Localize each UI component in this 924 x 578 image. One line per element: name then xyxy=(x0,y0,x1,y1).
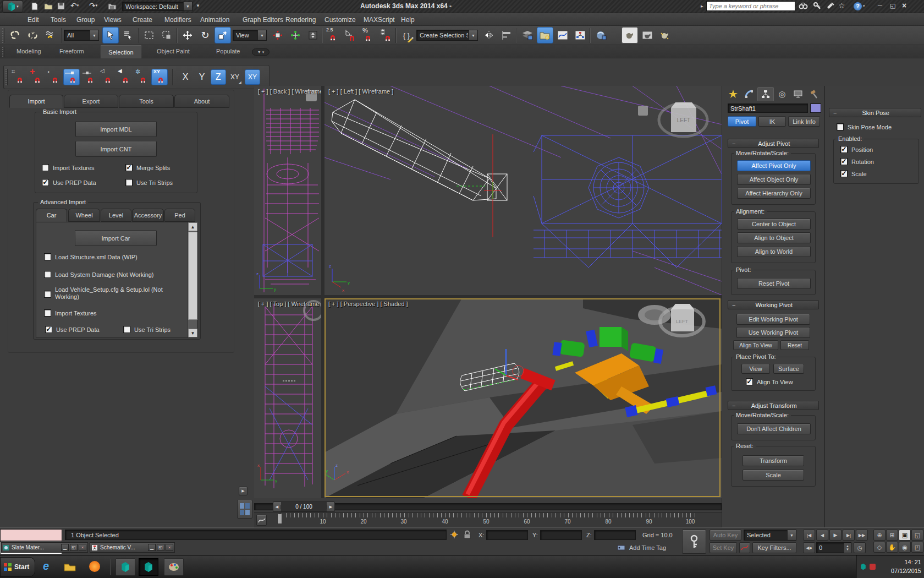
skin-pose-rollout[interactable]: −Skin Pose xyxy=(829,108,921,117)
set-keys-button[interactable] xyxy=(682,530,706,554)
align-button[interactable] xyxy=(498,27,515,43)
wp-reset-button[interactable]: Reset xyxy=(780,340,809,350)
center-to-object-button[interactable]: Center to Object xyxy=(737,219,811,230)
axis-constraint-z-button[interactable]: Z xyxy=(211,69,226,85)
importer-tab-about[interactable]: About xyxy=(174,95,229,108)
next-frame-button[interactable]: ▶| xyxy=(843,530,855,541)
tab-modify[interactable] xyxy=(741,88,757,100)
adjust-pivot-rollout[interactable]: −Adjust Pivot xyxy=(728,139,819,148)
reset-transform-button[interactable]: Transform xyxy=(743,455,804,466)
use-working-pivot-button[interactable]: Use Working Pivot xyxy=(736,327,810,338)
menu-maxscript[interactable]: MAXScript xyxy=(364,16,395,24)
enabled-rotation-checkbox[interactable] xyxy=(840,158,848,165)
rendered-frame-window-button[interactable] xyxy=(639,27,656,43)
face-filled-snap-button[interactable]: ◀ xyxy=(116,69,133,85)
material-editor-button[interactable] xyxy=(593,27,609,43)
place-view-button[interactable]: View xyxy=(741,364,770,374)
ribbon-tab-object-paint[interactable]: Object Paint xyxy=(157,48,190,54)
load-structure-checkbox[interactable] xyxy=(44,253,51,260)
reference-coordinate-dropdown[interactable]: View▼ xyxy=(233,30,267,41)
menu-help[interactable]: Help xyxy=(401,16,415,24)
tab-utilities[interactable] xyxy=(806,88,822,100)
qat-redo-button[interactable]: ↷▾ xyxy=(89,1,103,11)
merge-splits-checkbox[interactable] xyxy=(125,164,133,171)
axis-constraint-y-button[interactable]: Y xyxy=(194,69,210,85)
taskbar-active-app-button[interactable] xyxy=(139,558,158,576)
selection-filter-dropdown[interactable]: All▼ xyxy=(64,30,99,41)
tray-clock[interactable]: 14: 21 xyxy=(889,559,921,565)
toolbar-grip[interactable] xyxy=(2,28,4,43)
viewport-back[interactable]: yz [ + ] [ Back ] [ Wireframe ] xyxy=(254,86,321,295)
transform-typein-toggle[interactable] xyxy=(450,530,460,540)
ribbon-tab-populate[interactable]: Populate xyxy=(216,48,240,54)
taskbar-3dsmax-button[interactable] xyxy=(116,558,135,576)
viewport-left-label[interactable]: [ + ] [ Left ] [ Wireframe ] xyxy=(328,88,393,95)
pan-button[interactable]: ✋ xyxy=(886,542,898,553)
search-input[interactable] xyxy=(706,1,795,11)
render-production-button[interactable] xyxy=(657,27,673,43)
import-cnt-button[interactable]: Import CNT xyxy=(75,141,157,157)
pivot-snap-button[interactable]: ✚ xyxy=(28,69,45,85)
time-slider-handle[interactable]: ◀ 0 / 100 ▶ xyxy=(273,501,335,512)
scroll-down-button[interactable]: ▼ xyxy=(188,329,197,337)
window-restore-button[interactable]: ◱ xyxy=(70,544,78,551)
current-frame-field[interactable]: 0▲▼ xyxy=(816,542,851,553)
y-coord-field[interactable] xyxy=(540,530,582,540)
xy-snap-button[interactable]: XY xyxy=(151,69,168,85)
track-bar[interactable]: 10 20 30 40 50 60 70 80 90 100 xyxy=(254,512,722,527)
adjust-transform-rollout[interactable]: −Adjust Transform xyxy=(728,401,819,410)
rollout-collapse-icon[interactable]: − xyxy=(732,402,735,409)
select-and-move-button[interactable] xyxy=(179,27,196,43)
ribbon-collapse-button[interactable]: ▼ ▾ xyxy=(252,48,270,56)
tray-date[interactable]: 07/12/2015 xyxy=(883,568,921,574)
object-color-swatch[interactable] xyxy=(810,103,821,113)
set-key-button[interactable]: Set Key xyxy=(710,542,737,553)
import-mdl-button[interactable]: Import MDL xyxy=(75,121,157,137)
curve-editor-button[interactable] xyxy=(554,27,571,43)
add-time-tag-label[interactable]: Add Time Tag xyxy=(629,544,666,551)
edit-named-selection-sets-button[interactable]: { } xyxy=(398,27,415,43)
menu-customize[interactable]: Customize xyxy=(324,16,356,24)
edit-working-pivot-button[interactable]: Edit Working Pivot xyxy=(736,314,810,325)
select-and-link-button[interactable] xyxy=(7,27,24,43)
menu-rendering[interactable]: Rendering xyxy=(285,16,316,24)
time-slider-prev-button[interactable]: ◀ xyxy=(273,505,281,509)
ribbon-tab-modeling[interactable]: Modeling xyxy=(16,48,41,54)
rectangular-selection-region-button[interactable] xyxy=(141,27,157,43)
schematic-view-button[interactable] xyxy=(572,27,588,43)
import-textures-checkbox[interactable] xyxy=(42,164,49,171)
previous-frame-button[interactable]: ◀ xyxy=(816,530,828,541)
affect-hierarchy-only-button[interactable]: Affect Hierarchy Only xyxy=(737,188,811,199)
load-damage-checkbox[interactable] xyxy=(44,271,51,278)
tab-hierarchy[interactable] xyxy=(757,87,774,101)
infocenter-arrow-icon[interactable]: ▸ xyxy=(701,3,703,9)
toggle-scene-explorer-button[interactable] xyxy=(537,27,553,43)
start-button[interactable]: Start xyxy=(0,557,35,577)
object-name-field[interactable]: StrShaft1 xyxy=(728,103,808,113)
close-button[interactable]: × xyxy=(902,1,906,10)
rollout-collapse-icon[interactable]: − xyxy=(833,110,837,116)
select-and-rotate-button[interactable]: ↻ xyxy=(197,27,213,43)
select-and-manipulate-button[interactable] xyxy=(287,27,304,43)
viewport-perspective-label[interactable]: [ + ] [ Perspective ] [ Shaded ] xyxy=(328,301,408,307)
communication-center-icon[interactable] xyxy=(826,2,835,12)
time-configuration-button[interactable]: ◷ xyxy=(854,542,866,553)
reset-scale-button[interactable]: Scale xyxy=(743,470,804,481)
quicklaunch-folder-icon[interactable] xyxy=(64,562,76,572)
window-close-button[interactable]: × xyxy=(79,544,86,551)
quicklaunch-media-icon[interactable] xyxy=(89,561,100,572)
favorites-star-icon[interactable]: ☆ xyxy=(838,1,845,10)
advanced-tab-car[interactable]: Car xyxy=(36,209,67,222)
qat-undo-button[interactable]: ↶▾ xyxy=(70,1,85,11)
viewport-left[interactable]: LEFT yzx [ + ] [ Left ] [ Wireframe ] xyxy=(324,86,722,295)
midpoint-snap-button[interactable] xyxy=(81,69,97,85)
auto-key-button[interactable]: Auto Key xyxy=(710,530,741,541)
z-coord-field[interactable] xyxy=(594,530,636,540)
minimized-schematic-view[interactable]: Schematic V... ▁◱× xyxy=(90,542,175,553)
qat-flyout-button[interactable]: ▼ xyxy=(196,3,200,8)
scroll-thumb[interactable] xyxy=(188,232,197,320)
time-slider-next-button[interactable]: ▶ xyxy=(327,505,334,509)
align-to-world-button[interactable]: Align to World xyxy=(737,246,811,257)
menu-views[interactable]: Views xyxy=(104,16,122,24)
tray-3dsmax-icon[interactable] xyxy=(860,563,867,571)
